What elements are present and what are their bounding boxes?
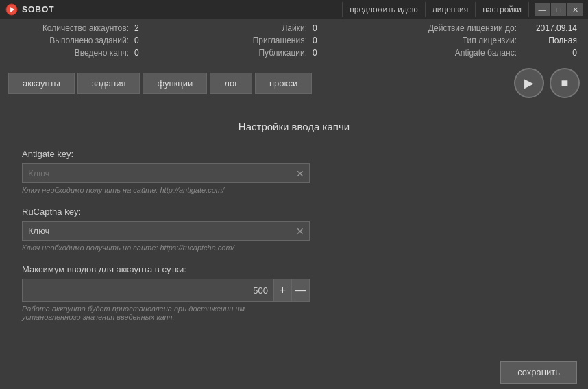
rucaptha-input[interactable]	[22, 221, 310, 241]
minimize-button[interactable]: —	[535, 3, 550, 16]
stats-bar: Количество аккаунтов: 2 Выполнено задани…	[0, 19, 588, 62]
antigate-hint: Ключ необходимо получить на сайте: http:…	[22, 186, 566, 194]
main-content: Настройки ввода капчи Antigate key: ✕ Кл…	[0, 104, 588, 350]
rucaptha-hint: Ключ необходимо получить на сайте: https…	[22, 244, 566, 252]
rucaptha-input-wrapper: ✕	[22, 221, 310, 241]
likes-label: Лайки:	[282, 23, 307, 33]
antigate-balance-label: Antigate баланс:	[455, 48, 517, 58]
max-captcha-label: Максимум вводов для аккаунта в сутки:	[22, 264, 566, 274]
antigate-group: Antigate key: ✕ Ключ необходимо получить…	[22, 149, 566, 194]
decrement-button[interactable]: —	[291, 279, 309, 301]
accounts-label: Количество аккаунтов:	[42, 23, 129, 33]
publications-value: 0	[313, 48, 326, 58]
max-captcha-input-wrapper: + —	[22, 279, 310, 302]
max-captcha-hint: Работа аккаунта будет приостановлена при…	[22, 305, 566, 321]
license-type-label: Тип лицензии:	[463, 36, 517, 45]
app-title: SOBOT	[22, 5, 55, 14]
increment-button[interactable]: +	[273, 279, 291, 301]
close-button[interactable]: ✕	[567, 3, 583, 16]
stats-left: Количество аккаунтов: 2 Выполнено задани…	[11, 23, 148, 58]
captcha-value: 0	[134, 48, 148, 58]
titlebar-menu: предложить идею лицензия настройки	[342, 2, 529, 17]
stat-antigate-balance: Antigate баланс: 0	[326, 48, 577, 58]
tab-accounts[interactable]: аккаунты	[8, 73, 75, 94]
accounts-value: 2	[134, 23, 148, 33]
rucaptha-group: RuCaptha key: ✕ Ключ необходимо получить…	[22, 207, 566, 252]
app-logo: SOBOT	[5, 3, 55, 16]
stat-license-expiry: Действие лицензии до: 2017.09.14	[326, 23, 577, 33]
stat-tasks: Выполнено заданий: 0	[11, 36, 148, 45]
antigate-clear-icon[interactable]: ✕	[296, 169, 304, 178]
stop-icon: ■	[561, 76, 569, 91]
menu-suggest[interactable]: предложить идею	[342, 2, 425, 17]
play-icon: ▶	[524, 75, 534, 91]
section-title: Настройки ввода капчи	[22, 121, 566, 132]
stat-invites: Приглашения: 0	[175, 36, 326, 45]
footer: сохранить	[0, 355, 588, 389]
menu-license[interactable]: лицензия	[426, 2, 476, 17]
stat-publications: Публикации: 0	[175, 48, 326, 58]
navbar: аккаунты задания функции лог прокси ▶ ■	[0, 62, 588, 104]
license-expiry-value: 2017.09.14	[522, 23, 577, 33]
stat-accounts: Количество аккаунтов: 2	[11, 23, 148, 33]
stat-license-type: Тип лицензии: Полная	[326, 36, 577, 45]
antigate-balance-value: 0	[522, 48, 577, 58]
license-type-value: Полная	[522, 36, 577, 45]
tasks-value: 0	[134, 36, 148, 45]
stop-button[interactable]: ■	[550, 68, 580, 98]
antigate-label: Antigate key:	[22, 149, 566, 159]
tab-proxy[interactable]: прокси	[255, 73, 312, 94]
captcha-label: Введено капч:	[75, 48, 129, 58]
likes-value: 0	[313, 23, 326, 33]
tab-tasks[interactable]: задания	[77, 73, 140, 94]
antigate-input[interactable]	[22, 163, 310, 183]
stat-likes: Лайки: 0	[175, 23, 326, 33]
maximize-button[interactable]: □	[551, 3, 566, 16]
tab-functions[interactable]: функции	[143, 73, 207, 94]
stats-right: Действие лицензии до: 2017.09.14 Тип лиц…	[326, 23, 577, 58]
stats-mid: Лайки: 0 Приглашения: 0 Публикации: 0	[175, 23, 326, 58]
stat-captcha: Введено капч: 0	[11, 48, 148, 58]
antigate-input-wrapper: ✕	[22, 163, 310, 183]
window-controls: — □ ✕	[535, 3, 583, 16]
titlebar: SOBOT предложить идею лицензия настройки…	[0, 0, 588, 19]
tasks-label: Выполнено заданий:	[49, 36, 129, 45]
save-button[interactable]: сохранить	[500, 361, 577, 384]
license-expiry-label: Действие лицензии до:	[428, 23, 517, 33]
max-captcha-group: Максимум вводов для аккаунта в сутки: + …	[22, 264, 566, 321]
invites-value: 0	[313, 36, 326, 45]
app-logo-icon	[5, 3, 18, 16]
tab-log[interactable]: лог	[210, 73, 252, 94]
menu-settings[interactable]: настройки	[476, 2, 529, 17]
rucaptha-label: RuCaptha key:	[22, 207, 566, 217]
publications-label: Публикации:	[258, 48, 307, 58]
play-button[interactable]: ▶	[514, 68, 544, 98]
invites-label: Приглашения:	[253, 36, 307, 45]
max-captcha-input[interactable]	[23, 281, 273, 300]
rucaptha-clear-icon[interactable]: ✕	[296, 226, 304, 236]
